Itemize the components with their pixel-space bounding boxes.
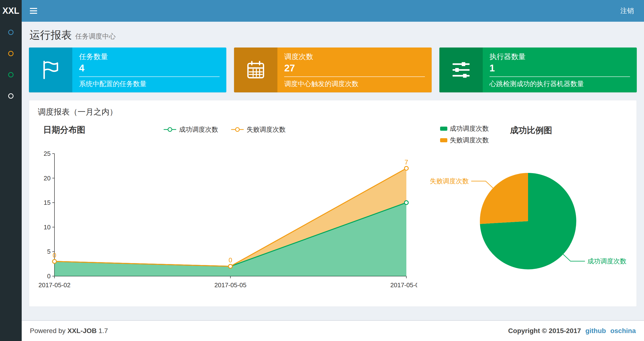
- svg-text:20: 20: [44, 175, 50, 182]
- legend-marker-icon: [163, 126, 177, 133]
- legend-label: 成功调度次数: [179, 125, 218, 134]
- line-chart-legend: 成功调度次数失败调度次数: [32, 125, 417, 134]
- sidebar-toggle-button[interactable]: [22, 0, 45, 22]
- github-link[interactable]: github: [586, 327, 606, 335]
- footer: Powered by XXL-JOB 1.7 Copyright © 2015-…: [22, 320, 644, 341]
- panel-title: 调度报表（一月之内）: [29, 100, 636, 121]
- main-content: 运行报表任务调度中心 任务数量 4 系统中配置的任务数量: [22, 22, 644, 341]
- info-box-row: 任务数量 4 系统中配置的任务数量 调度次: [29, 48, 637, 92]
- info-box-title: 调度次数: [284, 52, 425, 62]
- page-subtitle: 任务调度中心: [75, 33, 116, 40]
- pie-chart-legend: 成功调度次数失败调度次数: [440, 124, 489, 147]
- legend-item[interactable]: 成功调度次数: [163, 125, 218, 134]
- copyright-text: Copyright © 2015-2017: [508, 327, 581, 335]
- pie-chart-canvas[interactable]: 成功调度次数失败调度次数: [417, 144, 634, 293]
- logout-link[interactable]: 注销: [610, 0, 644, 22]
- dispatch-report-panel: 调度报表（一月之内） 日期分布图 成功调度次数失败调度次数 0510152025…: [29, 100, 637, 307]
- circle-icon: [8, 30, 14, 35]
- info-box-executors: 执行器数量 1 心跳检测成功的执行器机器数量: [440, 48, 637, 92]
- pie-chart-title: 成功比例图: [510, 125, 552, 136]
- legend-marker-icon: [231, 126, 244, 133]
- pie-slice[interactable]: [480, 173, 528, 224]
- info-box-value: 4: [79, 63, 220, 74]
- legend-label: 成功调度次数: [450, 124, 489, 133]
- circle-icon: [8, 51, 14, 56]
- svg-text:0: 0: [228, 257, 232, 264]
- sidebar-item-2[interactable]: [0, 43, 22, 64]
- svg-text:失败调度次数: 失败调度次数: [430, 177, 469, 185]
- legend-item[interactable]: 失败调度次数: [440, 136, 489, 144]
- info-box-desc: 调度中心触发的调度次数: [284, 79, 425, 89]
- divider: [284, 77, 425, 77]
- flag-icon: [29, 48, 72, 92]
- legend-item[interactable]: 失败调度次数: [231, 125, 286, 134]
- legend-label: 失败调度次数: [246, 125, 286, 134]
- line-chart-canvas[interactable]: 05101520252017-05-022017-05-052017-05-08…: [32, 144, 417, 293]
- info-box-title: 执行器数量: [490, 52, 630, 62]
- powered-by-text: Powered by XXL-JOB 1.7: [30, 327, 108, 335]
- legend-swatch-icon: [440, 138, 447, 142]
- info-box-value: 1: [490, 63, 630, 74]
- app-logo[interactable]: XXL: [0, 0, 22, 22]
- svg-text:0: 0: [52, 252, 56, 259]
- page-title: 运行报表任务调度中心: [30, 28, 636, 42]
- svg-text:7: 7: [404, 159, 408, 166]
- oschina-link[interactable]: oschina: [610, 327, 636, 335]
- svg-text:2017-05-08: 2017-05-08: [390, 281, 418, 289]
- info-box-title: 任务数量: [79, 52, 220, 62]
- legend-swatch-icon: [440, 127, 447, 131]
- circle-icon: [8, 93, 14, 99]
- divider: [79, 77, 220, 77]
- calendar-icon: [234, 48, 278, 92]
- content-header: 运行报表任务调度中心: [22, 22, 644, 48]
- top-navbar: XXL 注销: [0, 0, 644, 22]
- circle-icon: [8, 72, 14, 77]
- sidebar-menu: [0, 22, 22, 107]
- svg-text:15: 15: [44, 199, 50, 206]
- hamburger-icon: [30, 8, 37, 9]
- sidebar-item-4[interactable]: [0, 85, 22, 107]
- xxl-job-dashboard: XXL 注销 运行报表任务调度中心: [0, 0, 644, 341]
- svg-text:2017-05-05: 2017-05-05: [214, 281, 246, 289]
- info-box-triggers: 调度次数 27 调度中心触发的调度次数: [234, 48, 432, 92]
- navbar-bar: 注销: [22, 0, 644, 22]
- legend-label: 失败调度次数: [450, 136, 489, 144]
- svg-text:5: 5: [47, 248, 50, 255]
- svg-text:0: 0: [47, 272, 50, 280]
- legend-item[interactable]: 成功调度次数: [440, 124, 489, 133]
- sidebar: [0, 22, 22, 341]
- sidebar-item-1[interactable]: [0, 22, 22, 43]
- success-ratio-chart: 成功调度次数失败调度次数 成功比例图 成功调度次数失败调度次数: [417, 121, 634, 299]
- date-distribution-chart: 日期分布图 成功调度次数失败调度次数 05101520252017-05-022…: [32, 121, 417, 299]
- svg-text:成功调度次数: 成功调度次数: [587, 257, 626, 265]
- info-box-desc: 系统中配置的任务数量: [79, 79, 220, 89]
- svg-text:2017-05-02: 2017-05-02: [38, 281, 70, 289]
- info-box-jobs: 任务数量 4 系统中配置的任务数量: [29, 48, 226, 92]
- sliders-icon: [440, 48, 483, 92]
- svg-text:10: 10: [44, 224, 50, 231]
- info-box-value: 27: [284, 63, 425, 74]
- info-box-desc: 心跳检测成功的执行器机器数量: [490, 79, 630, 89]
- divider: [490, 77, 630, 77]
- svg-text:25: 25: [44, 150, 50, 157]
- sidebar-item-3[interactable]: [0, 64, 22, 85]
